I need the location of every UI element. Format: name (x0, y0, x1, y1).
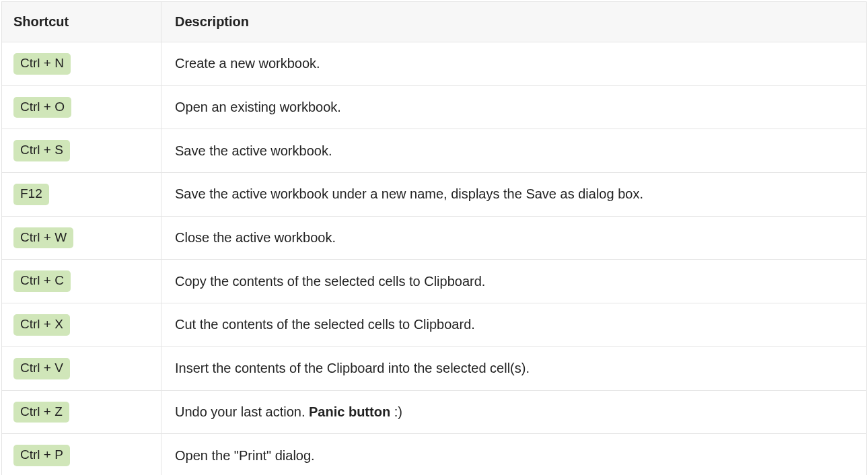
table-row: Ctrl + Z Undo your last action. Panic bu… (2, 390, 867, 434)
shortcut-cell: Ctrl + V (2, 346, 161, 390)
description-cell: Create a new workbook. (161, 42, 867, 86)
shortcut-key: Ctrl + W (13, 227, 73, 249)
description-text: Open the "Print" dialog. (175, 448, 315, 463)
description-text: Copy the contents of the selected cells … (175, 274, 485, 289)
table-row: F12 Save the active workbook under a new… (2, 173, 867, 217)
description-text: Save the active workbook. (175, 143, 332, 158)
description-cell: Open an existing workbook. (161, 85, 867, 129)
description-bold: Panic button (309, 404, 390, 419)
description-cell: Cut the contents of the selected cells t… (161, 303, 867, 347)
table-header-row: Shortcut Description (2, 2, 867, 42)
shortcut-cell: Ctrl + Z (2, 390, 161, 434)
description-text: Undo your last action. (175, 404, 309, 419)
description-text: Insert the contents of the Clipboard int… (175, 361, 530, 375)
shortcut-key: Ctrl + X (13, 314, 70, 336)
description-text: Close the active workbook. (175, 230, 336, 245)
shortcut-key: Ctrl + N (13, 53, 71, 75)
shortcut-key: Ctrl + V (13, 358, 70, 379)
description-text: Save the active workbook under a new nam… (175, 186, 643, 201)
table-row: Ctrl + W Close the active workbook. (2, 216, 867, 260)
description-cell: Copy the contents of the selected cells … (161, 260, 867, 303)
table-row: Ctrl + X Cut the contents of the selecte… (2, 303, 867, 347)
table-row: Ctrl + S Save the active workbook. (2, 129, 867, 173)
shortcut-key: Ctrl + S (13, 140, 70, 161)
shortcut-cell: Ctrl + P (2, 434, 161, 475)
header-shortcut: Shortcut (2, 2, 161, 42)
description-cell: Close the active workbook. (161, 216, 867, 260)
description-cell: Save the active workbook. (161, 129, 867, 173)
shortcut-key: Ctrl + P (13, 445, 70, 466)
shortcut-cell: Ctrl + W (2, 216, 161, 260)
description-cell: Open the "Print" dialog. (161, 434, 867, 475)
table-row: Ctrl + C Copy the contents of the select… (2, 260, 867, 303)
shortcut-cell: Ctrl + X (2, 303, 161, 347)
description-text: Cut the contents of the selected cells t… (175, 317, 475, 332)
description-text: Open an existing workbook. (175, 100, 341, 114)
table-row: Ctrl + O Open an existing workbook. (2, 85, 867, 129)
description-cell: Save the active workbook under a new nam… (161, 173, 867, 217)
description-cell: Insert the contents of the Clipboard int… (161, 346, 867, 390)
table-row: Ctrl + V Insert the contents of the Clip… (2, 346, 867, 390)
shortcut-cell: Ctrl + O (2, 85, 161, 129)
description-post: :) (390, 404, 402, 419)
shortcut-key: F12 (13, 184, 49, 205)
shortcut-cell: Ctrl + C (2, 260, 161, 303)
shortcut-cell: F12 (2, 173, 161, 217)
table-row: Ctrl + N Create a new workbook. (2, 42, 867, 86)
shortcut-cell: Ctrl + S (2, 129, 161, 173)
description-text: Create a new workbook. (175, 56, 320, 71)
description-cell: Undo your last action. Panic button :) (161, 390, 867, 434)
header-description: Description (161, 2, 867, 42)
shortcuts-table: Shortcut Description Ctrl + N Create a n… (1, 1, 867, 475)
shortcut-cell: Ctrl + N (2, 42, 161, 86)
shortcut-key: Ctrl + C (13, 270, 71, 292)
shortcut-key: Ctrl + O (13, 97, 71, 118)
shortcut-key: Ctrl + Z (13, 402, 69, 423)
table-row: Ctrl + P Open the "Print" dialog. (2, 434, 867, 475)
